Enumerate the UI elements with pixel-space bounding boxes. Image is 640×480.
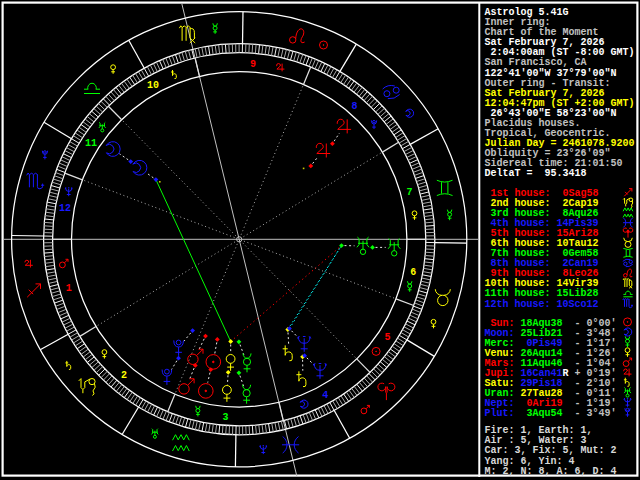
- svg-text:DeltaT = 95.3418: DeltaT = 95.3418: [485, 168, 587, 179]
- svg-text:2: 2: [121, 370, 127, 381]
- svg-text:5: 5: [384, 332, 390, 343]
- svg-text:12: 12: [59, 203, 71, 214]
- svg-text:4: 4: [322, 390, 328, 401]
- svg-text:7: 7: [407, 187, 413, 198]
- svg-text:1: 1: [66, 283, 72, 294]
- svg-text:11: 11: [85, 138, 97, 149]
- svg-text:M: 2, N: 8, A: 6, D: 4: M: 2, N: 8, A: 6, D: 4: [485, 466, 617, 477]
- svg-text:3Aqu54: 3Aqu54: [521, 408, 563, 419]
- svg-text:12th house:: 12th house:: [485, 299, 551, 310]
- svg-text:R: R: [563, 368, 569, 379]
- svg-text:3: 3: [222, 412, 228, 423]
- svg-text:8: 8: [351, 101, 357, 112]
- svg-text:10: 10: [147, 80, 159, 91]
- svg-text:- 3°49': - 3°49': [575, 408, 617, 419]
- svg-text:10Sco12: 10Sco12: [557, 299, 599, 310]
- svg-text:9: 9: [250, 59, 256, 70]
- svg-text:Plut:: Plut:: [485, 408, 515, 419]
- svg-text:6: 6: [410, 267, 416, 278]
